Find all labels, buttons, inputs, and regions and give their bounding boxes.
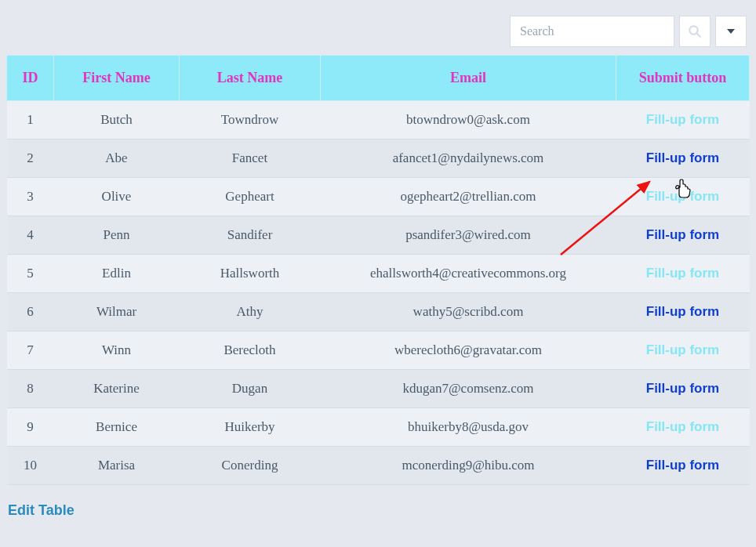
cell-id: 2 [7,139,54,178]
cell-id: 6 [7,293,54,331]
cell-submit: Fill-up form [616,293,750,331]
cell-id: 7 [7,331,54,370]
table-row: 9BerniceHuikerbybhuikerby8@usda.govFill-… [7,408,750,447]
fill-up-form-link[interactable]: Fill-up form [646,419,719,434]
cell-last-name: Conerding [180,447,321,485]
table-row: 8KaterineDugankdugan7@comsenz.comFill-up… [7,370,750,408]
cell-first-name: Edlin [54,255,180,293]
cell-id: 10 [7,447,54,485]
cell-last-name: Huikerby [180,408,321,447]
cell-first-name: Katerine [54,370,180,408]
cell-first-name: Wilmar [54,293,180,331]
caret-down-icon [727,29,735,34]
cell-first-name: Butch [54,101,180,139]
data-table: ID First Name Last Name Email Submit but… [6,55,750,485]
edit-table-link[interactable]: Edit Table [8,502,75,519]
fill-up-form-link[interactable]: Fill-up form [646,227,719,242]
search-button[interactable] [679,16,711,47]
col-header-id[interactable]: ID [7,56,54,101]
table-row: 5EdlinHallsworthehallsworth4@creativecom… [7,255,750,293]
search-input[interactable] [510,16,674,47]
fill-up-form-link[interactable]: Fill-up form [646,112,719,127]
cell-email: ogepheart2@trellian.com [321,178,616,216]
cell-email: btowndrow0@ask.com [321,101,616,139]
cell-email: psandifer3@wired.com [321,216,616,255]
cell-id: 8 [7,370,54,408]
table-row: 1ButchTowndrowbtowndrow0@ask.comFill-up … [7,101,750,139]
cell-first-name: Olive [54,178,180,216]
cell-first-name: Abe [54,139,180,178]
cell-id: 4 [7,216,54,255]
cell-submit: Fill-up form [616,255,750,293]
table-header-row: ID First Name Last Name Email Submit but… [7,56,750,101]
fill-up-form-link[interactable]: Fill-up form [646,189,719,204]
col-header-email[interactable]: Email [321,56,616,101]
cell-last-name: Dugan [180,370,321,408]
fill-up-form-link[interactable]: Fill-up form [646,342,719,357]
cell-id: 1 [7,101,54,139]
table-toolbar [6,16,750,47]
svg-line-1 [696,33,700,37]
col-header-lastname[interactable]: Last Name [180,56,321,101]
cell-last-name: Gepheart [180,178,321,216]
cell-submit: Fill-up form [616,139,750,178]
col-header-submit[interactable]: Submit button [616,56,750,101]
cell-submit: Fill-up form [616,216,750,255]
cell-last-name: Fancet [180,139,321,178]
fill-up-form-link[interactable]: Fill-up form [646,266,719,281]
fill-up-form-link[interactable]: Fill-up form [646,381,719,396]
cell-id: 5 [7,255,54,293]
table-row: 2AbeFancetafancet1@nydailynews.comFill-u… [7,139,750,178]
search-icon [688,24,702,38]
cell-first-name: Winn [54,331,180,370]
fill-up-form-link[interactable]: Fill-up form [646,458,719,473]
cell-email: kdugan7@comsenz.com [321,370,616,408]
fill-up-form-link[interactable]: Fill-up form [646,150,719,165]
cell-first-name: Marisa [54,447,180,485]
cell-id: 9 [7,408,54,447]
col-header-firstname[interactable]: First Name [54,56,180,101]
cell-submit: Fill-up form [616,370,750,408]
cell-submit: Fill-up form [616,447,750,485]
cell-last-name: Athy [180,293,321,331]
cell-submit: Fill-up form [616,101,750,139]
table-row: 7WinnBereclothwberecloth6@gravatar.comFi… [7,331,750,370]
toolbar-dropdown-button[interactable] [715,16,747,47]
cell-email: afancet1@nydailynews.com [321,139,616,178]
cell-email: mconerding9@hibu.com [321,447,616,485]
cell-email: bhuikerby8@usda.gov [321,408,616,447]
cell-email: wathy5@scribd.com [321,293,616,331]
cell-last-name: Hallsworth [180,255,321,293]
cell-last-name: Towndrow [180,101,321,139]
cell-email: ehallsworth4@creativecommons.org [321,255,616,293]
cell-submit: Fill-up form [616,331,750,370]
table-row: 6WilmarAthywathy5@scribd.comFill-up form [7,293,750,331]
cell-last-name: Berecloth [180,331,321,370]
table-row: 10MarisaConerdingmconerding9@hibu.comFil… [7,447,750,485]
table-row: 4PennSandiferpsandifer3@wired.comFill-up… [7,216,750,255]
cell-id: 3 [7,178,54,216]
cell-submit: Fill-up form [616,178,750,216]
cell-last-name: Sandifer [180,216,321,255]
cell-submit: Fill-up form [616,408,750,447]
cell-email: wberecloth6@gravatar.com [321,331,616,370]
fill-up-form-link[interactable]: Fill-up form [646,304,719,319]
table-row: 3OliveGepheartogepheart2@trellian.comFil… [7,178,750,216]
cell-first-name: Penn [54,216,180,255]
cell-first-name: Bernice [54,408,180,447]
